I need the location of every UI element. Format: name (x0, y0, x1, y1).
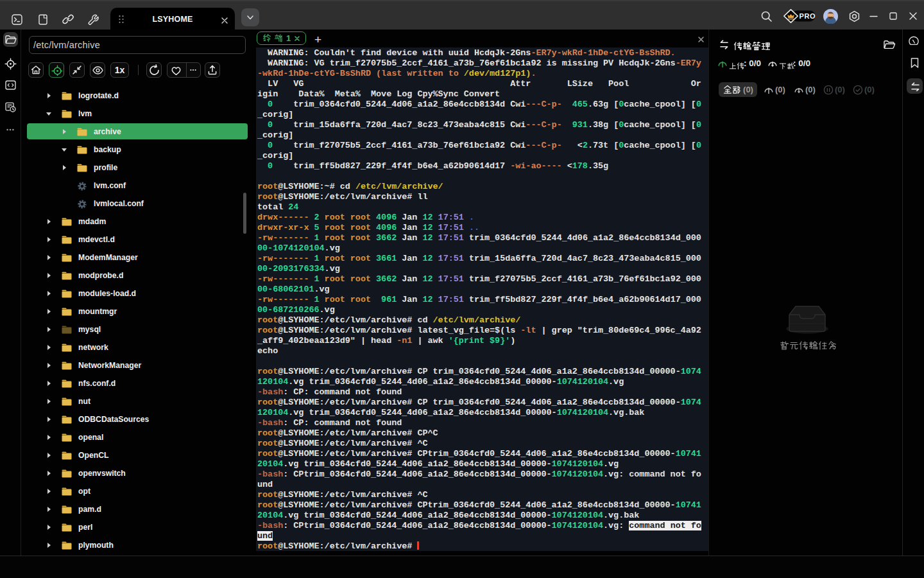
svg-text:PRO: PRO (800, 12, 816, 20)
